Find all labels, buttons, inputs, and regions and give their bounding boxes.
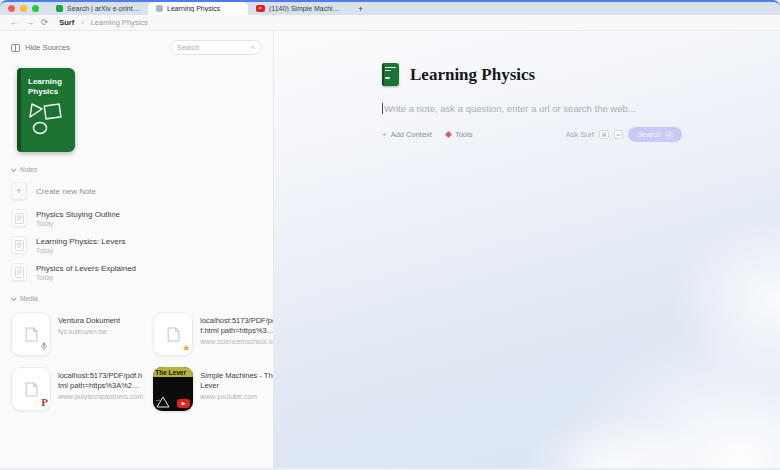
- create-note-label: Create new Note: [36, 187, 96, 196]
- search-icon: [251, 44, 255, 51]
- sources-sidebar: Hide Sources Learning Physics Notes: [0, 31, 274, 468]
- note-document-icon: [11, 209, 27, 227]
- pdf-thumbnail: P: [11, 367, 51, 411]
- media-header-label: Media: [20, 295, 38, 302]
- video-thumbnail: The Lever ▶: [153, 367, 193, 411]
- chevron-down-icon: [11, 295, 17, 301]
- new-tab-button[interactable]: +: [348, 2, 373, 15]
- notebook-cover-title: Learning Physics: [28, 77, 69, 96]
- youtube-play-icon: ▶: [177, 399, 190, 408]
- window-controls: [0, 2, 48, 15]
- note-document-icon: [11, 263, 27, 281]
- page-title: Learning Physics: [410, 65, 535, 85]
- youtube-favicon-icon: [256, 5, 265, 12]
- note-input-field[interactable]: Write a note, ask a question, enter a ur…: [382, 103, 682, 114]
- return-key-icon: ↵: [614, 130, 623, 139]
- note-item[interactable]: Physics of Levers Explained Today: [11, 263, 262, 281]
- add-context-button[interactable]: + Add Context: [382, 130, 432, 139]
- note-document-icon: [11, 236, 27, 254]
- notebook-icon: [382, 63, 399, 86]
- media-url: fys.kuleuven.be: [58, 328, 120, 335]
- tab-learning-physics[interactable]: Learning Physics: [148, 2, 248, 15]
- hide-sources-button[interactable]: Hide Sources: [11, 43, 70, 52]
- add-context-label: Add Context: [391, 130, 432, 139]
- hide-sources-label: Hide Sources: [25, 43, 70, 52]
- tab-youtube-simple-machines[interactable]: (1140) Simple Machines - T...: [248, 2, 348, 15]
- surf-favicon-icon: [156, 5, 163, 12]
- tab-label: Learning Physics: [167, 5, 220, 12]
- notebook-cover[interactable]: Learning Physics: [17, 68, 75, 152]
- note-title: Learning Physics: Levers: [36, 237, 125, 246]
- document-icon: [167, 327, 180, 342]
- create-note-button[interactable]: + Create new Note: [11, 182, 262, 200]
- search-button[interactable]: Search ↵: [628, 127, 682, 142]
- document-icon: [25, 382, 38, 397]
- sidebar-search-box[interactable]: [170, 40, 262, 55]
- browser-tab-bar: Search | arXiv e-print repo... Learning …: [0, 0, 780, 15]
- media-grid: Ventura Dokument fys.kuleuven.be ★ local…: [11, 312, 262, 411]
- tab-label: Search | arXiv e-print repo...: [67, 5, 140, 12]
- plus-icon: +: [11, 182, 27, 200]
- media-url: www.youtube.com: [200, 393, 274, 400]
- media-section-header[interactable]: Media: [11, 295, 262, 302]
- notes-header-label: Notes: [20, 166, 37, 173]
- zoom-window-button[interactable]: [32, 5, 39, 12]
- note-title: Physics of Levers Explained: [36, 264, 136, 273]
- forward-icon[interactable]: →: [26, 18, 35, 27]
- text-caret: [382, 103, 383, 114]
- physics-doodles-icon: [28, 101, 66, 137]
- media-item-ventura[interactable]: Ventura Dokument fys.kuleuven.be: [11, 312, 143, 356]
- note-item[interactable]: Learning Physics: Levers Today: [11, 236, 262, 254]
- tools-label: Tools: [455, 130, 473, 139]
- note-date: Today: [36, 247, 125, 254]
- media-title: Ventura Dokument: [58, 316, 120, 326]
- p-logo-badge: P: [41, 397, 48, 408]
- close-window-button[interactable]: [8, 5, 15, 12]
- media-title: localhost:5173/PDF/pdf.html path=https%3…: [200, 316, 274, 336]
- tab-arxiv-search[interactable]: Search | arXiv e-print repo...: [48, 2, 148, 15]
- search-button-label: Search: [637, 130, 661, 139]
- navigation-toolbar: ← → ⟳ Surf › Learning Physics: [0, 15, 780, 31]
- ask-surf-label: Ask Surf: [566, 130, 594, 139]
- chevron-down-icon: [11, 166, 17, 172]
- command-key-icon: ⌘: [599, 130, 609, 139]
- note-date: Today: [36, 220, 120, 227]
- note-title: Physics Stuying Outline: [36, 210, 120, 219]
- media-url: www.scienceinschool.org: [200, 338, 274, 345]
- breadcrumb-page[interactable]: Learning Physics: [91, 18, 148, 27]
- pdf-thumbnail: [11, 312, 51, 356]
- tools-diamond-icon: [445, 131, 452, 138]
- video-thumb-title: The Lever: [153, 367, 193, 377]
- media-item-scienceinschool[interactable]: ★ localhost:5173/PDF/pdf.html path=https…: [153, 312, 274, 356]
- breadcrumb-app[interactable]: Surf: [59, 18, 74, 27]
- media-url: www.polytechpanthers.com: [58, 393, 143, 400]
- media-title: Simple Machines - The Lever: [200, 371, 274, 391]
- sidebar-search-input[interactable]: [177, 44, 247, 51]
- input-placeholder: Write a note, ask a question, enter a ur…: [384, 103, 636, 114]
- microphone-badge-icon: [40, 342, 48, 353]
- media-item-polytechpanthers[interactable]: P localhost:5173/PDF/pdf.html path=https…: [11, 367, 143, 411]
- arxiv-favicon-icon: [56, 5, 63, 12]
- note-date: Today: [36, 274, 136, 281]
- note-item[interactable]: Physics Stuying Outline Today: [11, 209, 262, 227]
- back-icon[interactable]: ←: [10, 18, 19, 27]
- pdf-thumbnail: ★: [153, 312, 193, 356]
- plus-icon: +: [382, 130, 387, 139]
- document-icon: [25, 327, 38, 342]
- media-item-youtube-lever[interactable]: The Lever ▶ Simple Machines - The Lever …: [153, 367, 274, 411]
- tools-button[interactable]: Tools: [446, 130, 473, 139]
- enter-key-icon: ↵: [665, 131, 673, 139]
- tab-label: (1140) Simple Machines - T...: [269, 5, 340, 12]
- breadcrumb-separator: ›: [81, 18, 84, 27]
- lever-drawing-icon: [155, 395, 171, 409]
- star-badge-icon: ★: [182, 344, 190, 353]
- reload-icon[interactable]: ⟳: [41, 18, 48, 27]
- minimize-window-button[interactable]: [20, 5, 27, 12]
- media-title: localhost:5173/PDF/pdf.html path=https%3…: [58, 371, 143, 391]
- notes-section-header[interactable]: Notes: [11, 166, 262, 173]
- sidebar-panel-icon: [11, 44, 20, 52]
- main-pane: Learning Physics Write a note, ask a que…: [274, 31, 780, 468]
